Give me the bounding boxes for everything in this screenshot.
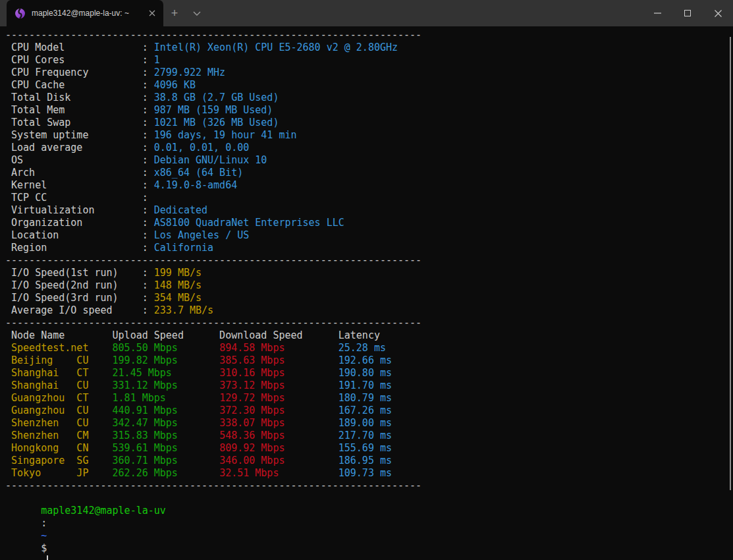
terminal-text: 805.50 Mbps: [113, 342, 220, 354]
terminal-viewport[interactable]: ----------------------------------------…: [0, 26, 733, 560]
terminal-text: Total Mem :: [5, 104, 154, 116]
terminal-text: ----------------------------------------…: [5, 480, 421, 491]
terminal-text: California: [154, 242, 213, 254]
terminal-line: Kernel : 4.19.0-8-amd64: [5, 179, 733, 192]
terminal-line: Tokyo JP 262.26 Mbps 32.51 Mbps 109.73 m…: [5, 467, 733, 480]
terminal-line: CPU Model : Intel(R) Xeon(R) CPU E5-2680…: [5, 42, 733, 54]
terminal-line: I/O Speed(2nd run) : 148 MB/s: [5, 279, 733, 292]
prompt-line: maple3142@maple-la-uv : ~ $: [5, 492, 733, 505]
terminal-line: System uptime : 196 days, 19 hour 41 min: [5, 129, 733, 142]
terminal-text: Organization :: [5, 217, 154, 229]
terminal-line: Node Name Upload Speed Download Speed La…: [5, 329, 733, 342]
terminal-text: 346.00 Mbps: [219, 455, 339, 466]
terminal-text: Hongkong CN: [5, 442, 113, 454]
scrollbar[interactable]: [728, 26, 733, 560]
terminal-text: 338.07 Mbps: [219, 417, 339, 429]
terminal-text: 148 MB/s: [154, 279, 202, 291]
terminal-line: Virtualization : Dedicated: [5, 204, 733, 217]
terminal-text: 196 days, 19 hour 41 min: [154, 129, 297, 141]
terminal-line: Location : Los Angeles / US: [5, 229, 733, 242]
terminal-line: Speedtest.net 805.50 Mbps 894.58 Mbps 25…: [5, 342, 733, 354]
titlebar[interactable]: maple3142@maple-la-uv: ~ +: [0, 0, 733, 26]
terminal-text: 310.16 Mbps: [219, 367, 339, 379]
terminal-text: I/O Speed(2nd run) :: [5, 279, 154, 291]
terminal-text: Kernel :: [5, 179, 154, 191]
terminal-line: Total Swap : 1021 MB (326 MB Used): [5, 117, 733, 129]
terminal-text: Location :: [5, 229, 154, 241]
terminal-line: Beijing CU 199.82 Mbps 385.63 Mbps 192.6…: [5, 354, 733, 367]
terminal-text: 2799.922 MHz: [154, 67, 225, 78]
terminal-text: 4.19.0-8-amd64: [154, 179, 237, 191]
scrollbar-thumb[interactable]: [730, 37, 731, 490]
terminal-line: Total Mem : 987 MB (159 MB Used): [5, 104, 733, 117]
terminal-line: I/O Speed(1st run) : 199 MB/s: [5, 267, 733, 279]
terminal-text: 262.26 Mbps: [113, 467, 220, 479]
terminal-text: 109.73 ms: [339, 467, 392, 479]
prompt-path: ~: [41, 530, 47, 542]
terminal-text: AS8100 QuadraNet Enterprises LLC: [154, 217, 344, 229]
profile-swirl-icon: [14, 8, 26, 19]
terminal-text: 1: [154, 54, 160, 66]
minimize-button[interactable]: [642, 0, 672, 26]
terminal-text: Total Disk :: [5, 92, 154, 103]
terminal-text: 4096 KB: [154, 79, 196, 91]
terminal-text: 180.79 ms: [339, 392, 392, 404]
terminal-text: System uptime :: [5, 129, 154, 141]
terminal-text: 331.12 Mbps: [113, 379, 220, 391]
terminal-text: 21.45 Mbps: [113, 367, 220, 379]
terminal-text: 548.36 Mbps: [219, 430, 339, 441]
terminal-text: Average I/O speed :: [5, 304, 154, 316]
terminal-text: 199.82 Mbps: [113, 354, 220, 366]
terminal-text: ----------------------------------------…: [5, 254, 421, 266]
terminal-text: CPU Model :: [5, 42, 154, 53]
terminal-text: Dedicated: [154, 204, 207, 216]
terminal-text: 25.28 ms: [339, 342, 386, 354]
terminal-text: I/O Speed(1st run) :: [5, 267, 154, 279]
terminal-text: 987 MB (159 MB Used): [154, 104, 273, 116]
terminal-text: x86_64 (64 Bit): [154, 167, 243, 179]
terminal-text: 191.70 ms: [339, 379, 392, 391]
tab-title: maple3142@maple-la-uv: ~: [32, 9, 139, 18]
terminal-text: 373.12 Mbps: [219, 379, 339, 391]
terminal-line: Guangzhou CU 440.91 Mbps 372.30 Mbps 167…: [5, 405, 733, 417]
terminal-text: Beijing CU: [5, 354, 113, 366]
terminal-line: OS : Debian GNU/Linux 10: [5, 154, 733, 167]
terminal-text: 372.30 Mbps: [219, 405, 339, 416]
terminal-text: Debian GNU/Linux 10: [154, 154, 267, 166]
terminal-text: Shenzhen CM: [5, 430, 113, 441]
terminal-text: 385.63 Mbps: [219, 354, 339, 366]
titlebar-drag-region[interactable]: [208, 0, 642, 26]
terminal-line: Shenzhen CU 342.47 Mbps 338.07 Mbps 189.…: [5, 417, 733, 430]
terminal-text: 233.7 MB/s: [154, 304, 213, 316]
maximize-square-icon: [684, 10, 691, 16]
terminal-line: Total Disk : 38.8 GB (2.7 GB Used): [5, 92, 733, 104]
terminal-text: 315.83 Mbps: [113, 430, 220, 441]
terminal-window: maple3142@maple-la-uv: ~ +: [0, 0, 733, 560]
terminal-output: ----------------------------------------…: [5, 29, 733, 492]
maximize-button[interactable]: [672, 0, 703, 26]
terminal-text: 129.72 Mbps: [219, 392, 339, 404]
terminal-text: Region :: [5, 242, 154, 254]
tab-close-icon[interactable]: [145, 6, 159, 20]
close-button[interactable]: [703, 0, 733, 26]
tab-dropdown-chevron-icon[interactable]: [186, 0, 208, 26]
prompt-separator: :: [41, 517, 47, 529]
terminal-text: Arch :: [5, 167, 154, 179]
terminal-text: Load average :: [5, 142, 154, 154]
terminal-line: Arch : x86_64 (64 Bit): [5, 167, 733, 179]
terminal-line: CPU Frequency : 2799.922 MHz: [5, 67, 733, 79]
terminal-text: Node Name Upload Speed Download Speed La…: [5, 329, 380, 341]
terminal-text: 1021 MB (326 MB Used): [154, 117, 279, 128]
terminal-text: 189.00 ms: [339, 417, 392, 429]
terminal-line: ----------------------------------------…: [5, 480, 733, 492]
terminal-text: Shanghai CT: [5, 367, 113, 379]
terminal-line: I/O Speed(3rd run) : 354 MB/s: [5, 292, 733, 304]
terminal-text: Intel(R) Xeon(R) CPU E5-2680 v2 @ 2.80GH…: [154, 42, 398, 53]
terminal-text: Singapore SG: [5, 455, 113, 466]
terminal-text: 539.61 Mbps: [113, 442, 220, 454]
terminal-text: 32.51 Mbps: [219, 467, 339, 479]
terminal-text: 186.95 ms: [339, 455, 392, 466]
terminal-text: 192.66 ms: [339, 354, 392, 366]
tab-active[interactable]: maple3142@maple-la-uv: ~: [7, 0, 163, 26]
new-tab-button[interactable]: +: [163, 0, 186, 26]
